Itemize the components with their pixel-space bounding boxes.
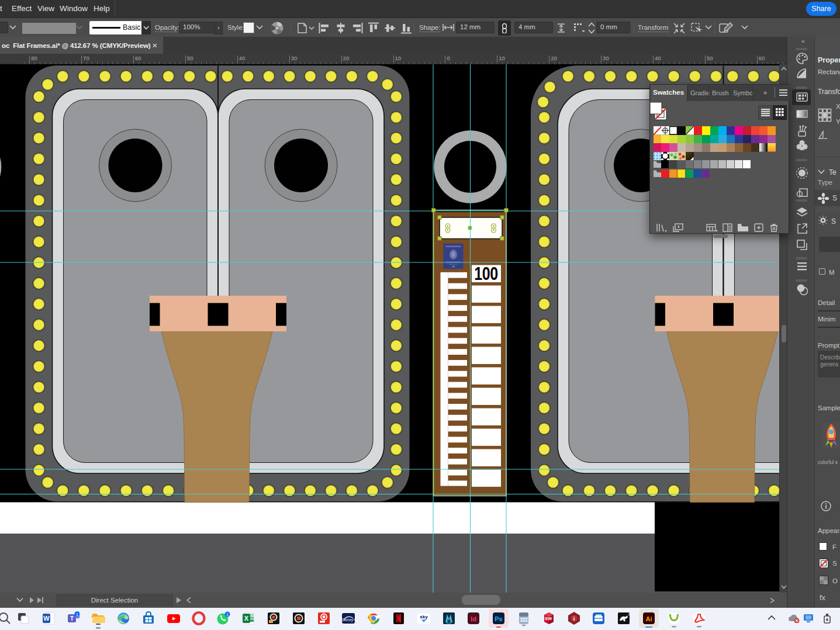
svg-text:7: 7 bbox=[628, 613, 630, 617]
svg-text:Ai: Ai bbox=[646, 615, 652, 622]
svg-text:Id: Id bbox=[471, 615, 476, 622]
svg-text:sky: sky bbox=[420, 614, 428, 619]
svg-text:i: i bbox=[573, 616, 575, 622]
svg-text:100: 100 bbox=[474, 264, 497, 284]
svg-text:AYA: AYA bbox=[447, 622, 451, 625]
svg-text:1: 1 bbox=[76, 612, 78, 617]
svg-text:T: T bbox=[70, 615, 74, 622]
svg-text:W: W bbox=[43, 615, 50, 622]
svg-text:SW: SW bbox=[545, 616, 552, 621]
svg-text:X: X bbox=[244, 615, 249, 622]
svg-text:Disney+: Disney+ bbox=[341, 618, 355, 622]
svg-text:Ps: Ps bbox=[495, 615, 502, 622]
svg-text:1: 1 bbox=[226, 612, 229, 617]
